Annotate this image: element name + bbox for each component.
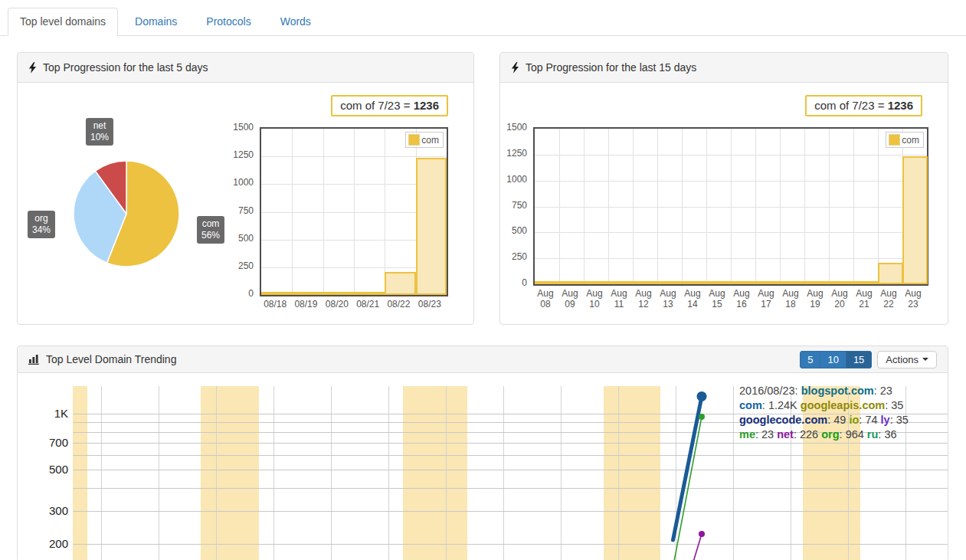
x-axis-tick-line: 16 [729, 299, 754, 309]
grid-line-vertical [731, 129, 732, 284]
bar-Aug-12[interactable] [633, 281, 658, 284]
x-axis-tick-label: 08/19 [290, 299, 321, 309]
y-axis-tick-label: 500 [500, 225, 527, 236]
bar-Aug-20[interactable] [829, 281, 854, 284]
x-axis-tick-label: 08/18 [260, 299, 290, 309]
trend-dot-net[interactable] [699, 531, 705, 537]
x-axis-tick-line: 11 [607, 299, 631, 309]
x-axis-tick-label: 08/23 [414, 299, 445, 309]
bar-Aug-14[interactable] [682, 281, 707, 284]
bar-08/23[interactable] [416, 158, 447, 295]
bar-Aug-11[interactable] [608, 281, 634, 284]
trending-title: Top Level Domain Trending [46, 353, 176, 365]
trend-hover-tooltip: 2016/08/23: blogspot.com: 23com: 1.24K g… [739, 384, 909, 442]
x-axis-tick-line: Aug [705, 288, 729, 299]
bar-08/18[interactable] [261, 292, 293, 295]
grid-line-vertical [657, 129, 658, 284]
x-axis-tick-line: 15 [705, 299, 729, 309]
panel-title: Top Progression for the last 15 days [526, 61, 696, 74]
grid-line-vertical [559, 129, 560, 284]
x-axis-tick-label: Aug11 [607, 288, 631, 309]
hover-label-value: 1236 [888, 99, 913, 112]
bar-Aug-13[interactable] [657, 281, 683, 284]
tooltip-series-name: com [739, 399, 762, 411]
x-axis-tick-line: Aug [729, 288, 754, 299]
range-5-button[interactable]: 5 [800, 351, 820, 368]
grid-line-vertical [829, 129, 830, 284]
panel-tld-trending: Top Level Domain Trending 5 10 15 Action… [17, 345, 948, 560]
y-axis-tick-label: 1000 [220, 177, 254, 188]
x-axis-tick-line: 20 [827, 299, 852, 309]
grid-line-vertical [608, 129, 609, 284]
x-axis-tick-label: Aug18 [778, 288, 803, 309]
grid-line-vertical [853, 129, 854, 284]
hover-label-text: com of 7/23 = [814, 99, 887, 112]
bar-08/22[interactable] [385, 272, 416, 295]
x-axis-tick-line: 12 [631, 299, 656, 309]
trending-title-wrap: Top Level Domain Trending [28, 353, 176, 365]
x-axis-tick-line: Aug [754, 288, 778, 299]
bar-Aug-19[interactable] [804, 281, 830, 284]
y-axis-tick-label: 1000 [500, 174, 527, 185]
y-axis-tick-label: 0 [220, 288, 254, 299]
top-panels-row: Top Progression for the last 5 days com … [17, 52, 948, 325]
y-axis-tick-label: 200 [18, 536, 68, 552]
y-axis-tick-label: 1K [18, 406, 68, 421]
y-axis-tick-label: 500 [18, 462, 68, 477]
bar-08/19[interactable] [292, 292, 323, 295]
tab-domains[interactable]: Domains [123, 8, 189, 36]
trend-dot-org[interactable] [699, 414, 705, 420]
tab-protocols[interactable]: Protocols [194, 8, 263, 36]
actions-dropdown-button[interactable]: Actions [877, 351, 937, 368]
bar-08/20[interactable] [323, 292, 355, 295]
x-axis-tick-line: Aug [558, 288, 582, 299]
tooltip-line: me: 23 net: 226 org: 964 ru: 36 [739, 427, 909, 442]
tooltip-series-name: googlecode.com [739, 414, 827, 426]
bar-Aug-22[interactable] [878, 263, 903, 284]
bar-Aug-08[interactable] [535, 281, 560, 284]
x-axis-tick-line: Aug [631, 288, 656, 299]
y-axis-tick-label: 250 [500, 251, 527, 262]
tooltip-text: : 1.24K [762, 399, 801, 411]
x-axis-tick-label: Aug17 [754, 288, 778, 309]
range-15-button[interactable]: 15 [846, 351, 872, 368]
x-axis-tick-line: 18 [778, 299, 803, 309]
range-10-button[interactable]: 10 [820, 351, 846, 368]
range-button-group: 5 10 15 [800, 351, 872, 368]
legend-swatch-com [408, 134, 420, 146]
tooltip-text: : 23 [755, 428, 777, 440]
bar-Aug-23[interactable] [902, 156, 928, 284]
x-axis-tick-line: Aug [827, 288, 852, 299]
tooltip-text: : 36 [878, 428, 896, 440]
grid-line-vertical [804, 129, 805, 284]
bar-08/21[interactable] [354, 292, 385, 295]
x-axis-tick-line: Aug [680, 288, 705, 299]
hover-label-text: com of 7/23 = [340, 99, 413, 112]
x-axis-tick-label: Aug12 [631, 288, 656, 309]
grid-line-vertical [682, 129, 683, 284]
x-axis-tick-line: 23 [901, 299, 925, 309]
tooltip-series-name: org [821, 428, 839, 440]
tab-words[interactable]: Words [268, 8, 323, 36]
bar-Aug-17[interactable] [755, 281, 781, 284]
grid-line-vertical [706, 129, 707, 284]
trend-dot-com[interactable] [697, 391, 707, 401]
x-axis-tick-line: Aug [901, 288, 925, 299]
tooltip-line: googlecode.com: 49 io: 74 ly: 35 [739, 413, 909, 427]
tooltip-text: 2016/08/23: [739, 385, 801, 397]
bar-Aug-21[interactable] [853, 281, 879, 284]
bar-Aug-18[interactable] [780, 281, 805, 284]
grid-line-vertical [755, 129, 756, 284]
bar-Aug-10[interactable] [584, 281, 609, 284]
y-axis-tick-label: 0 [500, 277, 527, 288]
panel-body-15-days: com of 7/23 = 1236 com025050075010001250… [500, 83, 948, 324]
bar-Aug-16[interactable] [731, 281, 756, 284]
actions-label: Actions [886, 353, 919, 366]
tab-top-level-domains[interactable]: Top level domains [8, 8, 118, 36]
plot-legend: com [886, 132, 924, 148]
pie-label-pct: 34% [32, 224, 51, 236]
bar-Aug-09[interactable] [559, 281, 585, 284]
bar-Aug-15[interactable] [706, 281, 732, 284]
bolt-icon [511, 62, 519, 74]
tooltip-text: : 35 [890, 414, 909, 426]
